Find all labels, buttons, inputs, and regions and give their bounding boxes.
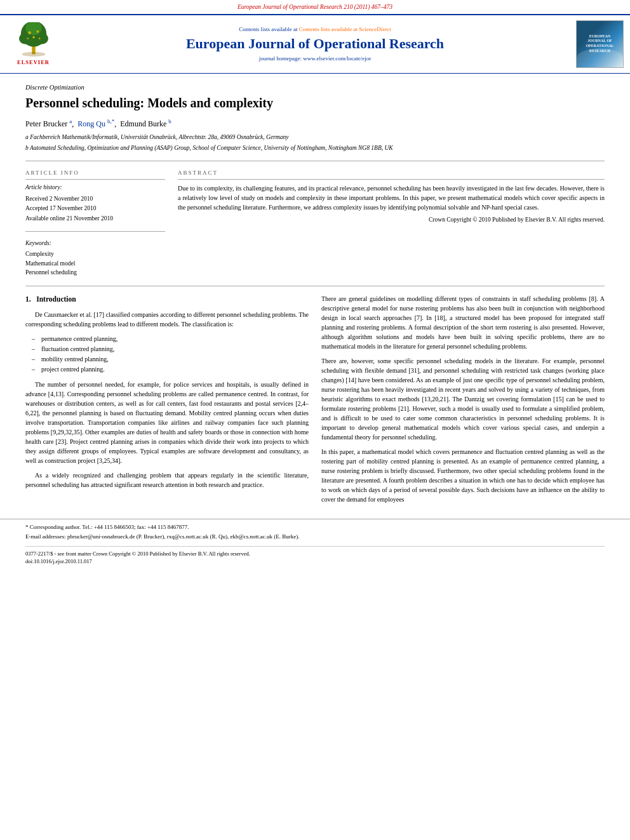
- body-left-column: 1. Introduction De Causmaecker et al. [1…: [25, 294, 309, 509]
- intro-section-num: 1.: [25, 295, 31, 303]
- svg-point-1: [22, 51, 45, 56]
- author-brucker: Peter Brucker: [25, 119, 67, 128]
- bullet-mobility: mobility centred planning,: [41, 354, 309, 364]
- available-date: Available online 21 November 2010: [25, 215, 165, 223]
- svg-point-8: [32, 36, 35, 39]
- email-note: E-mail addresses: pbrucker@uni-osnabruec…: [25, 533, 605, 541]
- journal-reference: European Journal of Operational Research…: [0, 0, 630, 14]
- right-para-2: There are, however, some specific person…: [321, 356, 605, 442]
- sciencedirect-name: Contents lists available at ScienceDirec…: [299, 26, 391, 32]
- journal-title: European Journal of Operational Research: [67, 36, 563, 52]
- svg-point-10: [38, 37, 40, 39]
- info-abstract-columns: ARTICLE INFO Article history: Received 2…: [25, 169, 605, 278]
- ejor-logo-right: EUROPEANJOURNAL OFOPERATIONALRESEARCH: [570, 20, 624, 68]
- bullet-permanence: permanence centred planning,: [41, 334, 309, 344]
- abstract-header: ABSTRACT: [178, 169, 605, 180]
- divider-body: [25, 286, 605, 286]
- elsevier-logo-left: ELSEVIER: [6, 22, 60, 66]
- classification-list: permanence centred planning, fluctuation…: [41, 334, 309, 375]
- accepted-date: Accepted 17 November 2010: [25, 204, 165, 213]
- sciencedirect-link: Contents lists available at Contents lis…: [67, 25, 563, 34]
- svg-point-6: [28, 31, 31, 34]
- elsevier-tree-icon: [11, 22, 56, 57]
- author-burke: Edmund Burke: [120, 119, 166, 128]
- svg-point-9: [27, 37, 29, 39]
- keyword-personnel-scheduling: Personnel scheduling: [25, 269, 165, 277]
- author-qu-sup: b,*: [107, 118, 114, 124]
- article-info-header: ARTICLE INFO: [25, 169, 165, 180]
- intro-para-2: The number of personnel needed, for exam…: [25, 380, 309, 465]
- body-right-column: There are general guidelines on modellin…: [321, 294, 605, 509]
- affiliation-2: b Automated Scheduling, Optimization and…: [25, 144, 605, 153]
- divider-after-affiliations: [25, 161, 605, 161]
- body-columns: 1. Introduction De Causmaecker et al. [1…: [25, 294, 605, 509]
- right-para-1: There are general guidelines on modellin…: [321, 294, 605, 351]
- abstract-text: Due to its complexity, its challenging f…: [178, 183, 605, 212]
- paper-title: Personnel scheduling: Models and complex…: [25, 95, 605, 111]
- footer-doi: doi:10.1016/j.ejor.2010.11.017: [25, 557, 605, 565]
- journal-homepage: journal homepage: www.elsevier.com/locat…: [67, 55, 563, 63]
- intro-section-title: Introduction: [36, 295, 76, 303]
- main-content: Discrete Optimization Personnel scheduli…: [0, 83, 630, 509]
- divider-keywords: [25, 231, 165, 232]
- author-qu: Rong Qu: [77, 119, 105, 128]
- received-date: Received 2 November 2010: [25, 195, 165, 204]
- header-center: Contents lists available at Contents lis…: [67, 25, 563, 63]
- abstract-column: ABSTRACT Due to its complexity, its chal…: [178, 169, 605, 278]
- journal-header: ELSEVIER Contents lists available at Con…: [0, 14, 630, 74]
- intro-heading: 1. Introduction: [25, 294, 309, 305]
- author-brucker-sup: a: [69, 118, 72, 124]
- ejor-logo-text: EUROPEANJOURNAL OFOPERATIONALRESEARCH: [586, 34, 613, 54]
- abstract-copyright: Crown Copyright © 2010 Published by Else…: [178, 216, 605, 225]
- svg-point-7: [36, 30, 39, 32]
- intro-para-1: De Causmaecker et al. [17] classified co…: [25, 310, 309, 329]
- keyword-math-model: Mathematical model: [25, 260, 165, 269]
- footer-copyright: 0377-2217/$ - see front matter Crown Cop…: [25, 546, 605, 557]
- authors-line: Peter Brucker a, Rong Qu b,*, Edmund Bur…: [25, 117, 605, 130]
- author-burke-sup: b: [168, 118, 171, 124]
- keywords-label: Keywords:: [25, 239, 165, 248]
- bullet-project: project centred planning.: [41, 364, 309, 375]
- page-footer: * Corresponding author. Tel.: +44 115 84…: [0, 519, 630, 572]
- keyword-complexity: Complexity: [25, 250, 165, 259]
- intro-para-3: As a widely recognized and challenging p…: [25, 470, 309, 490]
- corresponding-author-note: * Corresponding author. Tel.: +44 115 84…: [25, 523, 605, 531]
- bullet-fluctuation: fluctuation centred planning,: [41, 344, 309, 354]
- section-label: Discrete Optimization: [25, 83, 605, 92]
- elsevier-brand-text: ELSEVIER: [17, 58, 50, 66]
- history-label: Article history:: [25, 183, 165, 192]
- affiliation-1: a Fachbereich Mathematik/Informatik, Uni…: [25, 133, 605, 142]
- right-para-3: In this paper, a mathematical model whic…: [321, 447, 605, 504]
- article-info-column: ARTICLE INFO Article history: Received 2…: [25, 169, 165, 278]
